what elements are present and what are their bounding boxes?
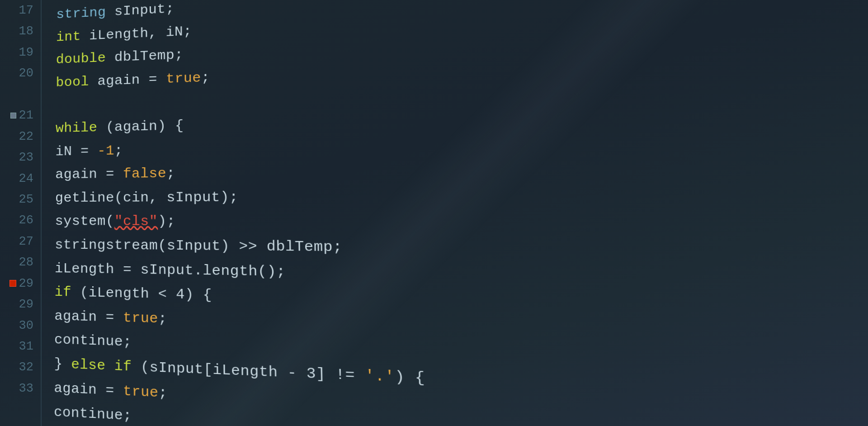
token-plain: ; [201,70,210,85]
line-num-30: 30 [19,315,41,336]
token-plain: ; [159,384,168,401]
token-plain: again = [54,380,123,399]
token-kw-while: while [56,120,98,136]
token-plain: ) { [395,369,425,387]
line-num-25: 25 [19,189,41,210]
ln-text: 23 [19,147,33,168]
line-num-24: 24 [19,168,41,189]
line-num-33: 33 [19,378,41,399]
line-num-18: 18 [19,21,41,42]
token-plain: } [54,356,71,373]
token-bool: true [166,70,201,87]
ln-text: 22 [19,126,33,147]
token-str-cls: "cls" [114,213,158,229]
token-bool: true [123,383,158,401]
token-plain: sInput; [106,1,174,19]
ln-text: 27 [19,231,33,252]
token-plain: stringstream(sInput) >> dblTemp; [55,237,343,256]
ln-text: 31 [19,336,33,357]
token-plain: ; [166,166,175,181]
line-num-29: 29 [9,273,41,294]
token-plain: ; [158,311,167,327]
token-plain: ); [158,213,175,229]
line-num-blank [26,84,41,105]
ln-text: 32 [19,357,33,378]
token-plain: ; [114,143,123,159]
line-num-19: 19 [19,42,41,63]
token-plain: (sInput[iLength - 3] != [132,359,365,384]
token-plain: again = [89,71,166,90]
ln-text: 29 [19,294,33,315]
fold-marker [10,113,16,118]
line-num-28: 28 [19,252,41,273]
token-plain: dblTemp; [106,47,183,66]
code-content: string sInput; int iLength, iN; double d… [40,0,868,426]
token-plain: again = [54,308,123,326]
ln-text: 24 [19,168,33,189]
token-plain: (iLength < 4) { [71,284,212,303]
ln-text: 19 [19,42,33,63]
line-num-31: 31 [19,336,41,357]
token-str-dot: '.' [365,367,395,386]
ln-text [26,84,33,105]
ln-text: 17 [19,0,33,21]
token-plain: getline(cin, sInput); [55,189,239,205]
ln-text: 30 [19,315,33,336]
token-kw: double [56,50,106,67]
code-editor: 17 18 19 20 21 22 23 24 25 26 27 28 29 2… [0,0,868,426]
ln-text: 33 [19,378,33,399]
breakpoint-marker [9,280,16,287]
token-num: -1 [97,143,114,159]
ln-text: 28 [19,252,33,273]
line-num-17: 17 [19,0,41,21]
token-kw: bool [56,74,89,90]
line-num-29b: 29 [19,294,41,315]
token-kw: int [56,28,81,45]
token-plain: iLength = sInput.length(); [55,260,286,280]
token-plain: continue; [54,404,132,425]
ln-text: 26 [19,210,33,231]
ln-text: 20 [19,63,33,84]
ln-text: 29 [19,273,33,294]
token-plain: iLength, iN; [81,24,192,44]
token-plain: again = [55,166,123,183]
ln-text: 25 [19,189,33,210]
token-bool: false [123,166,166,182]
line-num-26: 26 [19,210,41,231]
ln-text: 21 [19,105,33,126]
line-num-32: 32 [19,357,41,378]
line-num-22: 22 [19,126,41,147]
token-plain: system( [55,213,114,229]
token-plain: (again) { [97,118,184,135]
line-num-21: 21 [10,105,41,126]
token-plain: continue; [54,332,132,350]
token-type: string [56,5,106,22]
line-num-23: 23 [19,147,41,168]
line-num-20: 20 [19,63,41,84]
token-bool: true [123,310,158,327]
line-numbers: 17 18 19 20 21 22 23 24 25 26 27 28 29 2… [0,0,41,426]
line-num-27: 27 [19,231,41,252]
token-kw-if: if [55,284,72,300]
token-plain: iN = [56,143,98,159]
token-kw-else: else if [71,356,132,375]
ln-text: 18 [19,21,33,42]
